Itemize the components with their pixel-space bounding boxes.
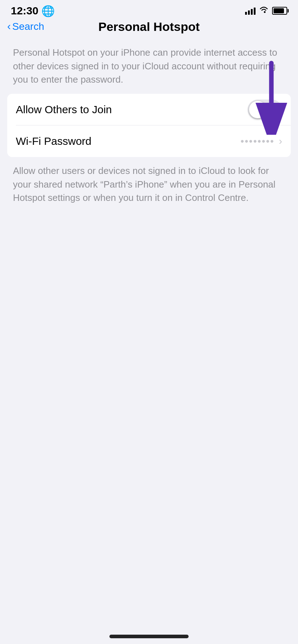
signal-bar-2 [248, 10, 250, 15]
wifi-password-chevron-icon: › [279, 135, 282, 147]
wifi-password-value: •••••••• [240, 135, 274, 147]
nav-bar: ‹ Search Personal Hotspot [0, 19, 298, 37]
back-chevron-icon: ‹ [7, 21, 11, 32]
settings-card: Allow Others to Join Wi-Fi Password ••••… [7, 94, 291, 157]
battery-fill [274, 8, 284, 13]
signal-bars-icon [245, 7, 256, 15]
wifi-icon [259, 6, 268, 16]
signal-bar-3 [251, 9, 253, 15]
battery-icon [272, 7, 287, 15]
signal-bar-1 [245, 12, 247, 15]
allow-others-toggle[interactable] [248, 100, 282, 120]
status-bar: 12:30 🌐 [0, 0, 298, 19]
globe-icon: 🌐 [41, 5, 55, 17]
home-indicator [109, 635, 189, 638]
wifi-password-row[interactable]: Wi-Fi Password •••••••• › [7, 125, 291, 157]
allow-others-row[interactable]: Allow Others to Join [7, 94, 291, 125]
hotspot-description: Personal Hotspot on your iPhone can prov… [0, 37, 298, 94]
status-time: 12:30 🌐 [11, 5, 55, 17]
wifi-password-label: Wi-Fi Password [16, 135, 91, 147]
page-title: Personal Hotspot [98, 20, 199, 34]
back-button[interactable]: ‹ Search [7, 21, 44, 32]
back-label[interactable]: Search [12, 21, 44, 32]
time-label: 12:30 [11, 5, 39, 17]
toggle-knob [249, 101, 266, 118]
allow-others-label: Allow Others to Join [16, 104, 112, 116]
status-icons [245, 6, 287, 16]
footer-description: Allow other users or devices not signed … [0, 157, 298, 216]
wifi-password-right: •••••••• › [240, 135, 282, 147]
signal-bar-4 [254, 8, 256, 15]
